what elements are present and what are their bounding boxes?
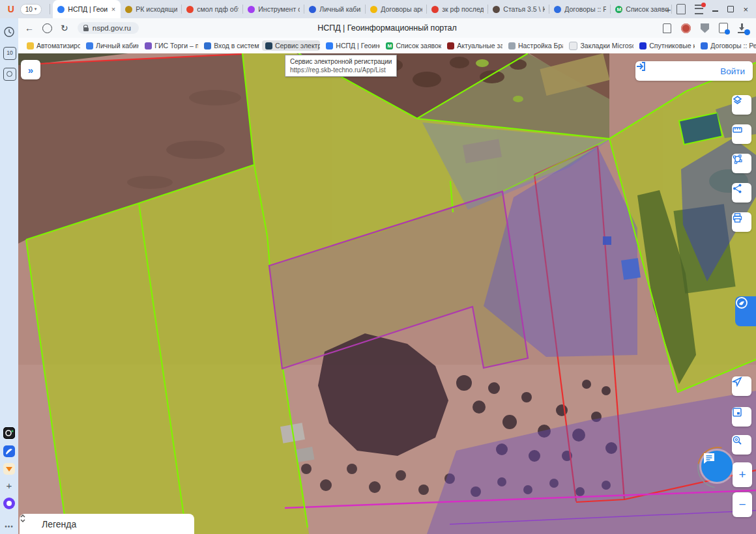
app-shortcut-blue-icon[interactable] — [3, 445, 15, 457]
bookmark-item[interactable]: Сервис электрон — [262, 40, 320, 51]
browser-tab[interactable]: Личный кабинет — [304, 0, 366, 18]
back-button[interactable]: ← — [25, 23, 34, 33]
browser-toolbar: ← ↻ nspd.gov.ru НСПД | Геоинформационный… — [18, 18, 756, 38]
minimize-button[interactable] — [712, 5, 718, 14]
bookmark-item[interactable]: Личный кабинет — [83, 40, 139, 51]
tab-favicon — [554, 6, 561, 13]
bookmark-favicon — [86, 42, 93, 49]
url-text[interactable]: nspd.gov.ru — [93, 24, 131, 32]
nspd-panel-tab[interactable] — [735, 296, 756, 326]
bookmark-page-icon[interactable] — [663, 23, 671, 33]
bookmark-item[interactable]: Закладки Microsoft ▾ — [566, 40, 633, 51]
app-shortcut-dark-icon[interactable] — [3, 427, 15, 439]
tab-favicon — [431, 6, 439, 13]
feedback-flag-icon[interactable] — [676, 4, 686, 14]
bookmark-item[interactable]: Настройка Брауз — [505, 40, 564, 51]
history-clock-icon[interactable] — [3, 26, 15, 38]
bookmark-label: Актуальные заяв — [457, 42, 502, 49]
tab-favicon — [186, 6, 194, 13]
tab-list: НСПД | Геоин × РК исходящих д смол пдф о… — [53, 0, 659, 18]
bookmark-item[interactable]: ГИС Торги – про — [141, 40, 198, 51]
coordinate-search-button[interactable] — [732, 435, 751, 455]
tab-strip: U 10 ▾ НСПД | Геоин × РК исходящих д смо… — [0, 0, 756, 18]
bookmark-item[interactable]: НСПД | Геоинфо — [323, 40, 380, 51]
browser-tab[interactable]: M Список заявок — — [611, 0, 672, 18]
bookmark-item[interactable]: Вход в систему :: — [201, 40, 259, 51]
bookmark-item[interactable]: Договоры :: Реал — [697, 40, 756, 51]
address-bar[interactable]: nspd.gov.ru — [78, 22, 139, 34]
bookmark-label: Спутниковые кар — [649, 42, 695, 49]
bookmark-item[interactable]: Спутниковые кар — [636, 40, 695, 51]
tab-close-icon[interactable]: × — [111, 5, 116, 13]
bookmark-tooltip: Сервис электронной регистрации https://r… — [285, 55, 397, 77]
browser-tab[interactable]: смол пдф объед — [182, 0, 243, 18]
tab-count-badge[interactable]: 10 — [3, 47, 16, 60]
screenshot-icon[interactable] — [3, 68, 16, 81]
map-viewport: » Сервис электронной регистрации https:/… — [18, 53, 756, 534]
my-location-button[interactable] — [732, 376, 751, 396]
lock-icon — [83, 27, 89, 31]
bookmark-favicon — [569, 42, 577, 50]
layers-button[interactable] — [732, 95, 751, 115]
restore-button[interactable] — [727, 5, 734, 14]
browser-tab[interactable]: НСПД | Геоин × — [53, 0, 121, 18]
alice-assistant-icon[interactable] — [3, 498, 15, 509]
chevron-down-icon: ▾ — [35, 7, 37, 12]
browser-tab[interactable]: Статья 3.5 \ Конс — [488, 0, 549, 18]
page-saved-icon[interactable] — [719, 23, 728, 33]
browser-logo-icon[interactable]: U — [6, 4, 16, 14]
tab-favicon — [309, 6, 316, 13]
bookmark-label: ГИС Торги – про — [154, 42, 198, 49]
map-canvas[interactable] — [18, 53, 756, 534]
bookmark-favicon — [508, 42, 516, 49]
bookmark-favicon — [639, 42, 647, 49]
divider — [50, 4, 50, 14]
legend-panel[interactable]: Легенда — [20, 514, 194, 534]
bookmark-label: Закладки Microsoft — [580, 42, 633, 49]
print-button[interactable] — [732, 212, 751, 232]
overview-map-button[interactable] — [732, 407, 751, 427]
tab-title: зк рф последняя — [442, 5, 484, 13]
zoom-out-button[interactable]: − — [733, 492, 752, 517]
expand-panel-button[interactable]: » — [21, 60, 40, 79]
extensions-menu-icon[interactable] — [695, 5, 703, 14]
tab-favicon — [125, 6, 132, 13]
browser-tab[interactable]: Договоры :: Реал — [549, 0, 611, 18]
zoom-in-button[interactable]: + — [733, 462, 752, 487]
tab-count: 10 — [25, 6, 33, 13]
bookmark-item[interactable]: Автоматизирова — [23, 40, 80, 51]
bookmark-label: Вход в систему :: — [214, 42, 259, 49]
bookmark-favicon — [265, 42, 272, 49]
browser-tab[interactable]: зк рф последняя — [427, 0, 488, 18]
bookmark-item[interactable]: M Список заявок — — [383, 40, 441, 51]
bookmarks-bar: Автоматизирова Личный кабинет ГИС Торги … — [18, 38, 756, 53]
app-shortcut-fox-icon[interactable] — [3, 463, 15, 475]
bookmark-label: НСПД | Геоинфо — [336, 42, 380, 49]
browser-tab[interactable]: Инструмент сли — [243, 0, 304, 18]
select-area-button[interactable] — [732, 154, 751, 173]
share-button[interactable] — [732, 183, 751, 203]
login-label: Войти — [720, 66, 745, 76]
refresh-button[interactable]: ↻ — [61, 23, 68, 33]
login-button[interactable]: Войти — [635, 61, 753, 81]
browser-tab[interactable]: Договоры аренд — [366, 0, 427, 18]
add-shortcut-button[interactable]: + — [3, 480, 15, 492]
tab-title: Статья 3.5 \ Конс — [503, 5, 545, 13]
browser-tab[interactable]: РК исходящих д — [121, 0, 182, 18]
measure-ruler-button[interactable] — [732, 124, 751, 144]
bookmark-favicon — [27, 42, 34, 49]
profile-avatar[interactable] — [681, 23, 691, 33]
login-icon — [635, 61, 646, 72]
bookmark-item[interactable]: Актуальные заяв — [444, 40, 502, 51]
collapse-chevrons-icon[interactable] — [20, 514, 26, 523]
bookmark-label: Автоматизирова — [36, 42, 80, 49]
reader-mode-icon[interactable] — [42, 23, 52, 33]
more-options-icon[interactable]: ••• — [3, 521, 15, 533]
tooltip-url: https://reg.skb-techno.ru/App/List — [290, 66, 392, 74]
tab-overflow-counter[interactable]: 10 ▾ — [20, 4, 42, 15]
privacy-shield-icon[interactable] — [701, 23, 709, 33]
downloads-icon[interactable] — [738, 23, 747, 33]
tab-favicon: M — [615, 6, 622, 13]
support-chat-button[interactable] — [701, 451, 733, 482]
close-button[interactable]: × — [743, 5, 748, 14]
